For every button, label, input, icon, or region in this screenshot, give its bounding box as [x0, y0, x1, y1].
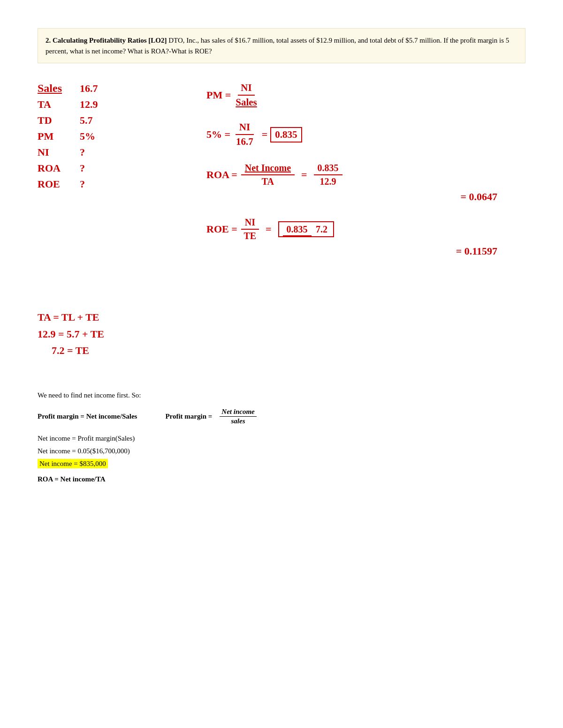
roa-num-value: 0.835 — [314, 163, 342, 175]
lo-tag: [LO2] — [148, 37, 167, 44]
solution-intro: We need to find net income first. So: — [38, 391, 525, 399]
solution-area: We need to find net income first. So: Pr… — [38, 387, 525, 483]
roa-fraction: Net Income TA — [241, 163, 295, 187]
roe-eq: = — [266, 223, 272, 235]
roa-values-fraction: 0.835 12.9 — [314, 163, 342, 187]
ni-row: NI ? — [38, 146, 188, 158]
pm-formula-label: PM = — [206, 89, 231, 101]
td-label: TD — [38, 114, 70, 127]
ta-eq-line1: TA = TL + TE — [38, 309, 104, 325]
roe-fraction: NI TE — [241, 217, 259, 241]
td-value: 5.7 — [80, 114, 93, 127]
roa-formula-label: ROA = — [206, 169, 237, 181]
sales-label: Sales — [38, 82, 70, 95]
pm-numerator: NI — [238, 82, 254, 96]
roa-row: ROA ? — [38, 162, 188, 174]
pm-value: 5% — [80, 130, 95, 143]
solution-formula-row: Profit margin = Net income/Sales Profit … — [38, 408, 525, 425]
roa-denom-value: 12.9 — [318, 175, 338, 187]
pm-fraction: NI Sales — [234, 82, 259, 108]
ni-value: ? — [80, 146, 85, 158]
roa-eq: = — [301, 169, 307, 181]
roe-num-value: 0.835 — [283, 224, 312, 236]
ta-eq-line2: 12.9 = 5.7 + TE — [38, 326, 104, 342]
step1-line: 5% = NI 16.7 = 0.835 — [206, 121, 525, 148]
right-column: PM = NI Sales 5% = NI 16.7 = 0.835 ROA =… — [188, 77, 525, 368]
roa-result-line: = 0.0647 — [206, 191, 525, 203]
roe-formula-line: ROE = NI TE = 0.835 7.2 — [206, 217, 525, 241]
pm-label: PM — [38, 130, 70, 143]
profit-margin-label: Profit margin = — [165, 413, 212, 420]
question-number: 2. — [46, 37, 51, 44]
fraction-numerator: Net income — [220, 408, 256, 417]
roa-label: ROA — [38, 162, 70, 174]
roe-ni: NI — [241, 217, 259, 230]
roa-net-income: Net Income — [241, 163, 295, 175]
roe-row: ROE ? — [38, 178, 188, 190]
left-column: Sales 16.7 TA 12.9 TD 5.7 PM 5% NI ? ROA… — [38, 77, 188, 368]
step1-lhs: 5% = — [206, 128, 230, 141]
ta-label: TA — [38, 98, 70, 111]
roe-label: ROE — [38, 178, 70, 190]
question-block: 2. Calculating Profitability Ratios [LO2… — [38, 28, 525, 63]
roa-formula-line: ROA = Net Income TA = 0.835 12.9 — [206, 163, 525, 187]
roa-result: = 0.0647 — [460, 191, 497, 203]
handwritten-area: Sales 16.7 TA 12.9 TD 5.7 PM 5% NI ? ROA… — [38, 77, 525, 368]
roa-ta: TA — [260, 175, 276, 187]
formula-right: Profit margin = Net income sales — [165, 408, 258, 425]
solution-line1: Net income = Profit margin(Sales) — [38, 435, 525, 443]
fraction-denominator: sales — [229, 417, 247, 425]
roe-result: = 0.11597 — [456, 245, 497, 257]
step1-denom: 16.7 — [234, 135, 255, 148]
ta-row: TA 12.9 — [38, 98, 188, 111]
formula-left-text: Profit margin = Net income/Sales — [38, 413, 137, 420]
sales-row: Sales 16.7 — [38, 82, 188, 95]
typed-fraction: Net income sales — [220, 408, 256, 425]
roe-formula-label: ROE = — [206, 223, 237, 235]
roa-value: ? — [80, 162, 85, 174]
question-title: Calculating Profitability Ratios — [53, 37, 147, 44]
solution-line2: Net income = 0.05($16,700,000) — [38, 447, 525, 455]
ni-label: NI — [38, 146, 70, 158]
ta-equation: TA = TL + TE 12.9 = 5.7 + TE 7.2 = TE — [38, 309, 104, 359]
pm-formula-line: PM = NI Sales — [206, 82, 525, 108]
step1-result: 0.835 — [270, 127, 302, 143]
solution-line3: Net income = $835,000 — [38, 460, 525, 468]
pm-denominator: Sales — [234, 96, 259, 108]
roe-te: TE — [242, 230, 258, 241]
roe-value: ? — [80, 178, 85, 190]
ta-eq-line3: 7.2 = TE — [38, 342, 104, 359]
td-row: TD 5.7 — [38, 114, 188, 127]
ta-value: 12.9 — [80, 98, 98, 111]
roe-result-line: = 0.11597 — [206, 245, 525, 257]
step1-ni: NI — [236, 121, 254, 135]
roe-values-fraction: 0.835 7.2 — [278, 221, 335, 237]
pm-row: PM 5% — [38, 130, 188, 143]
formula-left: Profit margin = Net income/Sales — [38, 413, 137, 420]
solution-roa: ROA = Net income/TA — [38, 475, 525, 483]
sales-value: 16.7 — [80, 83, 98, 95]
roe-denom-value: 7.2 — [314, 223, 329, 234]
step1-fraction: NI 16.7 — [234, 121, 255, 148]
solution-line3-highlighted: Net income = $835,000 — [38, 459, 108, 468]
step1-equals: = — [262, 128, 268, 141]
